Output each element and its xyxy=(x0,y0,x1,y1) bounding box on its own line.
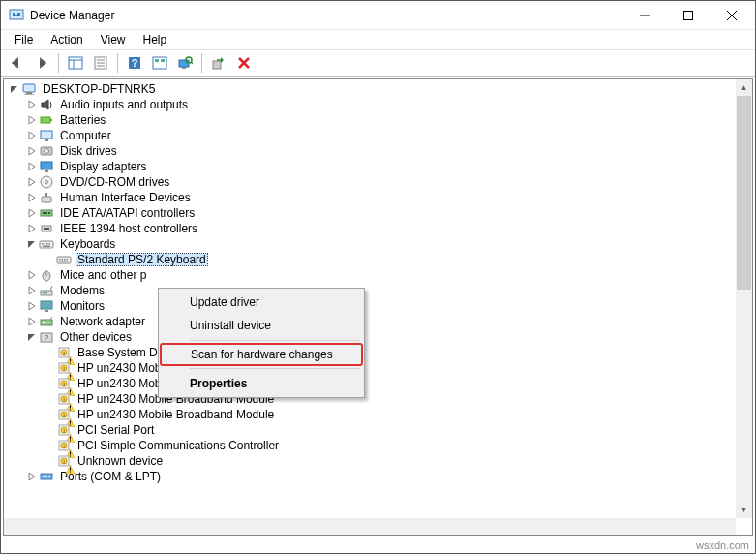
expander-icon[interactable] xyxy=(43,377,56,390)
tree-device[interactable]: !Unknown device xyxy=(4,453,736,469)
close-button[interactable] xyxy=(710,1,753,29)
tree-category[interactable]: DVD/CD-ROM drives xyxy=(4,174,736,190)
tree-device[interactable]: !Base System De xyxy=(4,345,736,360)
expander-icon[interactable] xyxy=(25,299,39,313)
tree-node-label[interactable]: Unknown device xyxy=(76,454,165,468)
expander-icon[interactable] xyxy=(43,454,56,468)
tree-category[interactable]: Audio inputs and outputs xyxy=(4,97,736,112)
context-scan-hardware[interactable]: Scan for hardware changes xyxy=(160,343,363,366)
update-driver-toolbar-button[interactable] xyxy=(207,51,230,75)
expander-icon[interactable] xyxy=(43,253,56,266)
scroll-down-arrow[interactable]: ▼ xyxy=(736,502,752,518)
expander-icon[interactable] xyxy=(25,206,39,220)
tree-node-label[interactable]: Base System De xyxy=(76,346,166,359)
maximize-button[interactable] xyxy=(666,1,710,29)
expander-icon[interactable] xyxy=(25,222,39,235)
forward-button[interactable] xyxy=(30,51,53,75)
tree-root[interactable]: DESKTOP-DFTNRK5 xyxy=(4,81,736,97)
tree-node-label[interactable]: Human Interface Devices xyxy=(58,191,193,204)
expander-icon[interactable] xyxy=(25,113,39,127)
tree-device[interactable]: !HP un2430 Mobile Broadband Module xyxy=(4,360,736,376)
expander-icon[interactable] xyxy=(25,144,39,158)
tree-category[interactable]: Batteries xyxy=(4,112,736,128)
tree-device[interactable]: Standard PS/2 Keyboard xyxy=(4,252,736,267)
tree-node-label[interactable]: Other devices xyxy=(58,330,134,344)
tree-node-label[interactable]: Network adapter xyxy=(58,315,147,328)
expander-icon[interactable] xyxy=(25,330,39,344)
tree-category[interactable]: IEEE 1394 host controllers xyxy=(4,221,736,236)
expander-icon[interactable] xyxy=(25,237,39,251)
expander-icon[interactable] xyxy=(43,439,56,452)
expander-icon[interactable] xyxy=(43,423,56,437)
tree-node-label[interactable]: Batteries xyxy=(58,113,107,127)
tree-device[interactable]: !HP un2430 Mobile Broadband Module xyxy=(4,376,736,391)
tree-node-label[interactable]: Modems xyxy=(58,284,106,297)
expander-icon[interactable] xyxy=(25,268,39,282)
context-properties[interactable]: Properties xyxy=(161,372,362,395)
tree-node-label[interactable]: IEEE 1394 host controllers xyxy=(58,222,199,235)
horizontal-scrollbar[interactable] xyxy=(4,518,736,535)
vertical-scrollbar[interactable]: ▲ ▼ xyxy=(736,79,752,518)
tree-category[interactable]: Display adapters xyxy=(4,159,736,174)
menu-view[interactable]: View xyxy=(93,31,134,48)
tree-node-label[interactable]: PCI Simple Communications Controller xyxy=(76,439,281,452)
tree-category[interactable]: Disk drives xyxy=(4,143,736,159)
tree-node-label[interactable]: IDE ATA/ATAPI controllers xyxy=(58,206,197,220)
tree-category[interactable]: Monitors xyxy=(4,298,736,314)
uninstall-toolbar-button[interactable] xyxy=(232,51,256,75)
tree-node-label[interactable]: DVD/CD-ROM drives xyxy=(58,175,171,189)
tree-node-label[interactable]: PCI Serial Port xyxy=(76,423,156,437)
expander-icon[interactable] xyxy=(25,98,39,111)
expander-icon[interactable] xyxy=(25,284,39,297)
scroll-up-arrow[interactable]: ▲ xyxy=(736,79,752,96)
back-button[interactable] xyxy=(5,51,28,75)
properties-toolbar-button[interactable] xyxy=(89,51,112,75)
tree-node-label[interactable]: Computer xyxy=(58,129,113,142)
scroll-thumb[interactable] xyxy=(737,96,751,290)
expander-icon[interactable] xyxy=(25,191,39,204)
tree-device[interactable]: !HP un2430 Mobile Broadband Module xyxy=(4,407,736,422)
expander-icon[interactable] xyxy=(43,392,56,406)
context-update-driver[interactable]: Update driver xyxy=(161,291,362,314)
tree-device[interactable]: !HP un2430 Mobile Broadband Module xyxy=(4,391,736,407)
tree-node-label[interactable]: Disk drives xyxy=(58,144,119,158)
expander-icon[interactable] xyxy=(25,315,39,328)
tree-category[interactable]: Network adapter xyxy=(4,314,736,329)
device-tree[interactable]: DESKTOP-DFTNRK5Audio inputs and outputsB… xyxy=(4,79,736,518)
tree-category[interactable]: ?Other devices xyxy=(4,329,736,345)
scan-hardware-button[interactable] xyxy=(173,51,197,75)
tree-category[interactable]: Human Interface Devices xyxy=(4,190,736,205)
menu-file[interactable]: File xyxy=(7,31,41,48)
tree-node-label[interactable]: Monitors xyxy=(58,299,106,313)
tree-node-label[interactable]: Keyboards xyxy=(58,237,117,251)
expander-icon[interactable] xyxy=(25,129,39,142)
expander-icon[interactable] xyxy=(25,160,39,173)
tree-category[interactable]: Computer xyxy=(4,128,736,143)
list-view-button[interactable] xyxy=(148,51,171,75)
tree-category[interactable]: IDE ATA/ATAPI controllers xyxy=(4,205,736,221)
tree-node-label[interactable]: Display adapters xyxy=(58,160,148,173)
tree-device[interactable]: !PCI Serial Port xyxy=(4,422,736,438)
expander-icon[interactable] xyxy=(8,82,21,96)
tree-device[interactable]: !PCI Simple Communications Controller xyxy=(4,438,736,453)
menu-help[interactable]: Help xyxy=(136,31,175,48)
tree-category[interactable]: Keyboards xyxy=(4,236,736,252)
menu-action[interactable]: Action xyxy=(43,31,90,48)
expander-icon[interactable] xyxy=(43,346,56,359)
expander-icon[interactable] xyxy=(25,470,39,483)
tree-node-label[interactable]: Audio inputs and outputs xyxy=(58,98,190,111)
tree-category[interactable]: Mice and other p xyxy=(4,267,736,283)
expander-icon[interactable] xyxy=(25,175,39,189)
tree-category[interactable]: Ports (COM & LPT) xyxy=(4,469,736,484)
minimize-button[interactable] xyxy=(622,1,666,29)
tree-node-label[interactable]: Standard PS/2 Keyboard xyxy=(76,253,208,266)
tree-node-label[interactable]: Mice and other p xyxy=(58,268,148,282)
tree-node-label[interactable]: DESKTOP-DFTNRK5 xyxy=(41,82,157,96)
tree-category[interactable]: Modems xyxy=(4,283,736,298)
tree-node-label[interactable]: HP un2430 Mobile Broadband Module xyxy=(76,408,276,421)
context-uninstall-device[interactable]: Uninstall device xyxy=(161,314,362,337)
show-hide-tree-button[interactable] xyxy=(64,51,87,75)
help-toolbar-button[interactable]: ? xyxy=(123,51,146,75)
expander-icon[interactable] xyxy=(43,408,56,421)
expander-icon[interactable] xyxy=(43,361,56,375)
